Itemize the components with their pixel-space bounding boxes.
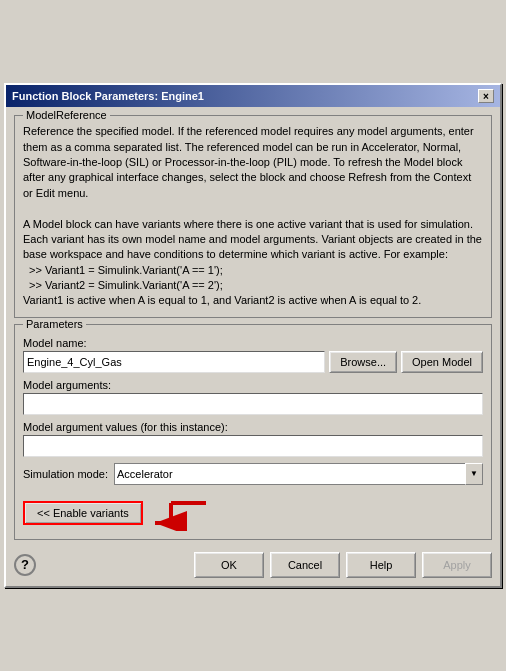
description-text: Reference the specified model. If the re…	[23, 124, 483, 309]
open-model-button[interactable]: Open Model	[401, 351, 483, 373]
model-arguments-input[interactable]	[23, 393, 483, 415]
ok-button[interactable]: OK	[194, 552, 264, 578]
simulation-mode-label: Simulation mode:	[23, 468, 108, 480]
model-name-label: Model name:	[23, 337, 483, 349]
model-reference-group: ModelReference Reference the specified m…	[14, 115, 492, 318]
parameters-group: Parameters Model name: Browse... Open Mo…	[14, 324, 492, 540]
cancel-button[interactable]: Cancel	[270, 552, 340, 578]
main-window: Function Block Parameters: Engine1 × Mod…	[4, 83, 502, 588]
content-area: ModelReference Reference the specified m…	[6, 107, 500, 548]
help-icon-circle[interactable]: ?	[14, 554, 36, 576]
red-arrow-icon	[151, 495, 211, 531]
browse-button[interactable]: Browse...	[329, 351, 397, 373]
model-arg-values-input[interactable]	[23, 435, 483, 457]
simulation-mode-wrapper: Normal Accelerator Software-in-the-loop …	[114, 463, 483, 485]
model-arg-values-label: Model argument values (for this instance…	[23, 421, 483, 433]
window-title: Function Block Parameters: Engine1	[12, 90, 204, 102]
enable-variants-button[interactable]: << Enable variants	[23, 501, 143, 525]
model-arguments-label: Model arguments:	[23, 379, 483, 391]
close-button[interactable]: ×	[478, 89, 494, 103]
model-name-row: Browse... Open Model	[23, 351, 483, 373]
model-arg-values-field: Model argument values (for this instance…	[23, 421, 483, 457]
simulation-mode-select[interactable]: Normal Accelerator Software-in-the-loop …	[114, 463, 483, 485]
simulation-mode-row: Simulation mode: Normal Accelerator Soft…	[23, 463, 483, 485]
help-button[interactable]: Help	[346, 552, 416, 578]
model-name-input[interactable]	[23, 351, 325, 373]
params-section: Model name: Browse... Open Model Model a…	[23, 337, 483, 531]
bottom-area: ? OK Cancel Help Apply	[6, 548, 500, 586]
model-reference-label: ModelReference	[23, 109, 110, 121]
title-bar: Function Block Parameters: Engine1 ×	[6, 85, 500, 107]
parameters-label: Parameters	[23, 318, 86, 330]
enable-variants-area: << Enable variants	[23, 495, 483, 531]
model-arguments-field: Model arguments:	[23, 379, 483, 415]
apply-button[interactable]: Apply	[422, 552, 492, 578]
model-name-field: Model name: Browse... Open Model	[23, 337, 483, 373]
